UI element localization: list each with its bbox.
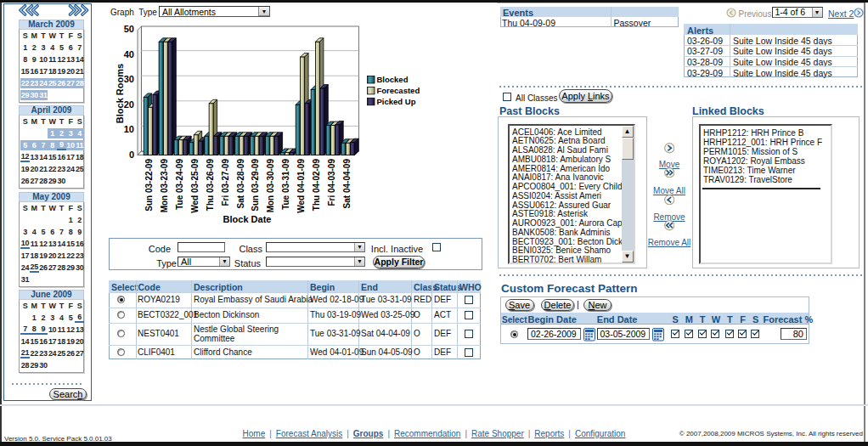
svg-text:Block Date: Block Date [223, 214, 272, 224]
svg-text:Thu 03-26-09: Thu 03-26-09 [206, 159, 215, 212]
svg-text:Tue 03-24-09: Tue 03-24-09 [175, 159, 184, 210]
svg-text:Sat 03-28-09: Sat 03-28-09 [236, 159, 245, 209]
svg-text:20: 20 [124, 99, 134, 110]
svg-text:Fri 04-03-09: Fri 04-03-09 [327, 159, 336, 206]
svg-text:10: 10 [124, 124, 134, 134]
svg-text:Fri 03-27-09: Fri 03-27-09 [221, 159, 230, 206]
svg-text:Blocked: Blocked [377, 75, 409, 84]
svg-text:30: 30 [124, 74, 134, 84]
svg-text:Wed 03-25-09: Wed 03-25-09 [190, 159, 200, 213]
svg-text:Sun 03-22-09: Sun 03-22-09 [144, 159, 154, 212]
svg-text:40: 40 [124, 49, 134, 59]
svg-text:Wed 04-01-09: Wed 04-01-09 [296, 159, 306, 213]
svg-text:Tue 03-31-09: Tue 03-31-09 [281, 159, 290, 210]
svg-text:Mon 03-23-09: Mon 03-23-09 [160, 159, 169, 213]
svg-text:50: 50 [124, 24, 134, 34]
svg-text:0: 0 [129, 150, 134, 160]
svg-text:Mon 03-30-09: Mon 03-30-09 [266, 159, 275, 213]
svg-text:Sat 04-04-09: Sat 04-04-09 [342, 159, 352, 209]
svg-text:Forecasted: Forecasted [377, 86, 420, 95]
svg-text:Picked Up: Picked Up [377, 97, 416, 106]
svg-text:Sun 03-29-09: Sun 03-29-09 [251, 159, 260, 212]
svg-text:Thu 04-02-09: Thu 04-02-09 [312, 159, 321, 212]
svg-text:Block Rooms: Block Rooms [115, 64, 125, 123]
